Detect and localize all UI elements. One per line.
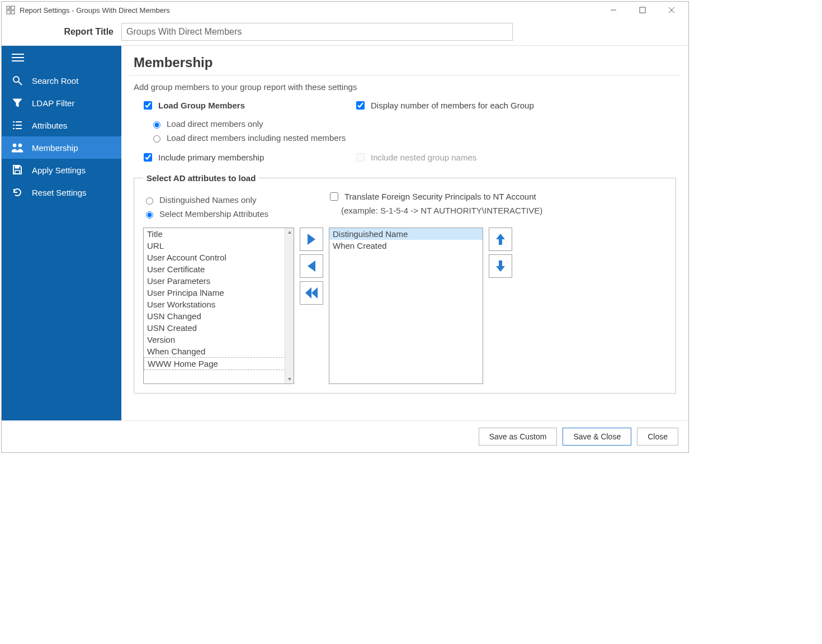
sidebar-item-attributes[interactable]: Attributes xyxy=(2,114,121,136)
list-item[interactable]: URL xyxy=(144,240,294,252)
include-nested-names-label: Include nested group names xyxy=(371,153,476,162)
sidebar-item-label: Attributes xyxy=(32,121,67,130)
hamburger-button[interactable] xyxy=(2,46,121,69)
sidebar-item-label: LDAP Filter xyxy=(32,98,74,108)
radio-select-attrs-label: Select Membership Attributes xyxy=(159,209,268,219)
include-primary-checkbox[interactable] xyxy=(144,153,152,162)
list-item[interactable]: USN Created xyxy=(144,322,294,334)
load-group-members-checkbox[interactable] xyxy=(144,101,152,110)
include-primary-check[interactable]: Include primary membership xyxy=(141,151,354,163)
attributes-fieldset: Select AD attributes to load Distinguish… xyxy=(134,173,676,394)
list-item[interactable]: When Created xyxy=(329,240,483,252)
radio-direct-only[interactable]: Load direct members only xyxy=(150,119,676,129)
maximize-button[interactable] xyxy=(630,2,655,18)
list-item[interactable]: User Workstations xyxy=(144,299,294,310)
membership-icon xyxy=(11,142,24,153)
attributes-legend: Select AD attributes to load xyxy=(143,173,259,183)
list-item[interactable]: When Changed xyxy=(144,345,294,357)
display-member-count-check[interactable]: Display number of members for each Group xyxy=(354,100,676,111)
sidebar-item-apply-settings[interactable]: Apply Settings xyxy=(2,159,121,181)
svg-rect-2 xyxy=(7,11,10,14)
move-down-button[interactable] xyxy=(489,254,512,278)
scroll-down-icon[interactable] xyxy=(285,375,294,383)
list-item[interactable]: User Certificate xyxy=(144,263,294,275)
attribute-picker: Title URL User Account Control User Cert… xyxy=(143,228,667,384)
sidebar: Search Root LDAP Filter Attributes Membe… xyxy=(2,46,121,420)
save-icon xyxy=(11,164,24,176)
radio-direct-only-label: Load direct members only xyxy=(167,119,263,129)
list-item[interactable]: Title xyxy=(144,228,294,240)
radio-direct-only-input[interactable] xyxy=(153,121,160,129)
radio-select-attrs-input[interactable] xyxy=(146,211,153,219)
svg-rect-5 xyxy=(640,7,645,13)
radio-dn-only-input[interactable] xyxy=(146,197,153,205)
sidebar-item-label: Membership xyxy=(32,143,78,153)
close-window-button[interactable] xyxy=(659,2,684,18)
svg-rect-3 xyxy=(11,11,15,14)
include-nested-names-check: Include nested group names xyxy=(354,151,676,163)
window-frame: Report Settings - Groups With Direct Mem… xyxy=(1,1,689,453)
report-title-input[interactable] xyxy=(121,23,513,41)
svg-rect-21 xyxy=(15,165,19,168)
scrollbar[interactable] xyxy=(285,228,294,383)
sidebar-item-ldap-filter[interactable]: LDAP Filter xyxy=(2,92,121,114)
include-nested-names-checkbox xyxy=(356,153,365,162)
reset-icon xyxy=(11,187,24,198)
search-icon xyxy=(11,75,24,86)
titlebar: Report Settings - Groups With Direct Mem… xyxy=(2,2,688,18)
options-grid: Load Group Members Display number of mem… xyxy=(141,100,676,163)
sidebar-item-search-root[interactable]: Search Root xyxy=(2,69,121,92)
list-item[interactable]: WWW Home Page xyxy=(144,357,286,370)
list-item[interactable]: User Account Control xyxy=(144,252,294,263)
load-group-members-label: Load Group Members xyxy=(158,101,245,110)
minimize-button[interactable] xyxy=(601,2,626,18)
add-button[interactable] xyxy=(300,228,323,251)
sidebar-item-label: Apply Settings xyxy=(32,165,86,175)
save-and-close-button[interactable]: Save & Close xyxy=(563,428,631,446)
radio-direct-nested[interactable]: Load direct members including nested mem… xyxy=(150,133,676,143)
svg-point-19 xyxy=(13,144,16,147)
list-item[interactable]: USN Changed xyxy=(144,310,294,322)
load-group-members-check[interactable]: Load Group Members xyxy=(141,100,354,111)
close-button[interactable]: Close xyxy=(637,428,678,446)
sidebar-item-label: Reset Settings xyxy=(32,188,87,197)
intro-text: Add group members to your group report w… xyxy=(134,82,676,92)
list-item[interactable]: User Parameters xyxy=(144,275,294,287)
remove-button[interactable] xyxy=(300,254,323,278)
report-title-label: Report Title xyxy=(2,27,114,37)
list-item[interactable]: Version xyxy=(144,334,294,345)
filter-icon xyxy=(11,97,24,108)
scroll-up-icon[interactable] xyxy=(285,228,294,237)
main-panel: Membership Add group members to your gro… xyxy=(121,46,688,420)
list-item[interactable]: Distinguished Name xyxy=(329,228,483,240)
radio-direct-nested-input[interactable] xyxy=(153,135,160,143)
radio-direct-nested-label: Load direct members including nested mem… xyxy=(167,133,346,143)
svg-point-11 xyxy=(13,77,19,82)
radio-dn-only[interactable]: Distinguished Names only xyxy=(143,195,328,205)
available-attributes-listbox[interactable]: Title URL User Account Control User Cert… xyxy=(143,228,294,384)
divider xyxy=(129,75,681,75)
save-as-custom-button[interactable]: Save as Custom xyxy=(479,428,558,446)
svg-point-20 xyxy=(18,144,22,147)
radio-select-attrs[interactable]: Select Membership Attributes xyxy=(143,209,328,219)
display-member-count-checkbox[interactable] xyxy=(356,101,365,110)
sidebar-item-reset-settings[interactable]: Reset Settings xyxy=(2,181,121,203)
page-heading: Membership xyxy=(134,55,676,70)
window-title: Report Settings - Groups With Direct Mem… xyxy=(20,6,597,15)
translate-fsp-checkbox[interactable] xyxy=(330,192,338,201)
translate-example: (example: S-1-5-4 -> NT AUTHORITY\INTERA… xyxy=(341,206,667,215)
move-up-button[interactable] xyxy=(489,228,512,251)
list-item[interactable]: User Principa lName xyxy=(144,287,294,299)
footer: Save as Custom Save & Close Close xyxy=(2,420,688,452)
translate-fsp-label: Translate Foreign Security Principals to… xyxy=(344,192,536,201)
radio-dn-only-label: Distinguished Names only xyxy=(159,195,256,205)
svg-line-12 xyxy=(18,82,22,85)
order-buttons xyxy=(489,228,512,278)
translate-fsp-check[interactable]: Translate Foreign Security Principals to… xyxy=(328,191,667,202)
selected-attributes-listbox[interactable]: Distinguished Name When Created xyxy=(329,228,483,384)
transfer-buttons xyxy=(300,228,323,305)
attributes-icon xyxy=(11,120,24,131)
sidebar-item-membership[interactable]: Membership xyxy=(2,136,121,159)
app-icon xyxy=(6,6,15,15)
remove-all-button[interactable] xyxy=(300,281,323,305)
